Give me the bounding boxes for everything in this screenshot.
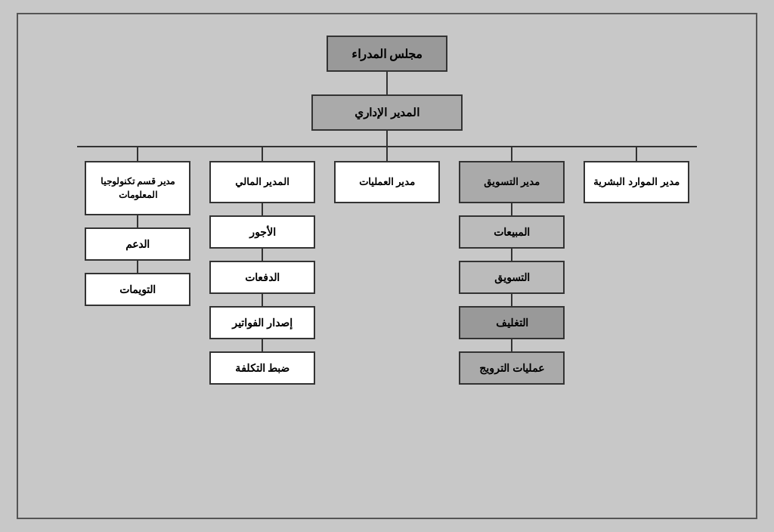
payments-box: الدفعات bbox=[209, 261, 315, 294]
finance-manager-label: المدير المالي bbox=[235, 175, 290, 189]
hr-manager-box: مدير الموارد البشرية bbox=[584, 161, 689, 203]
invoicing-box: إصدار الفواتير bbox=[209, 306, 315, 339]
support-box: الدعم bbox=[85, 227, 190, 261]
hr-branch: مدير الموارد البشرية bbox=[576, 146, 697, 203]
operations-manager-label: مدير العمليات bbox=[359, 175, 416, 189]
marketing-branch: مدير التسويق المبيعات التسويق التغليف bbox=[451, 146, 572, 385]
wages-box: الأجور bbox=[209, 215, 315, 249]
marketing-manager-box: مدير التسويق bbox=[459, 161, 565, 203]
it-manager-box: مدير قسم تكنولوجيا المعلومات bbox=[85, 161, 190, 215]
board-box: مجلس المدراء bbox=[327, 36, 447, 72]
sales-box: المبيعات bbox=[459, 215, 565, 249]
it-branch: مدير قسم تكنولوجيا المعلومات الدعم التوي… bbox=[77, 146, 198, 306]
marketing-sub-box: التسويق bbox=[459, 261, 565, 294]
hr-manager-label: مدير الموارد البشرية bbox=[593, 175, 679, 189]
marketing-manager-label: مدير التسويق bbox=[484, 175, 540, 189]
chart-container: مجلس المدراء المدير الإداري مدير الموارد… bbox=[17, 13, 757, 519]
packaging-box: التغليف bbox=[459, 306, 565, 339]
finance-branch: المدير المالي الأجور الدفعات إصدار الفوا… bbox=[202, 146, 323, 385]
bookings-box: التويمات bbox=[85, 273, 190, 306]
operations-branch: مدير العمليات bbox=[327, 146, 447, 203]
promo-box: عمليات الترويج bbox=[459, 351, 565, 385]
cost-control-box: ضبط التكلفة bbox=[209, 351, 315, 385]
operations-manager-box: مدير العمليات bbox=[334, 161, 440, 203]
admin-director-box: المدير الإداري bbox=[311, 94, 463, 131]
admin-director-label: المدير الإداري bbox=[354, 106, 419, 119]
board-label: مجلس المدراء bbox=[351, 47, 423, 61]
it-manager-label: مدير قسم تكنولوجيا المعلومات bbox=[91, 175, 184, 202]
finance-manager-box: المدير المالي bbox=[209, 161, 315, 203]
